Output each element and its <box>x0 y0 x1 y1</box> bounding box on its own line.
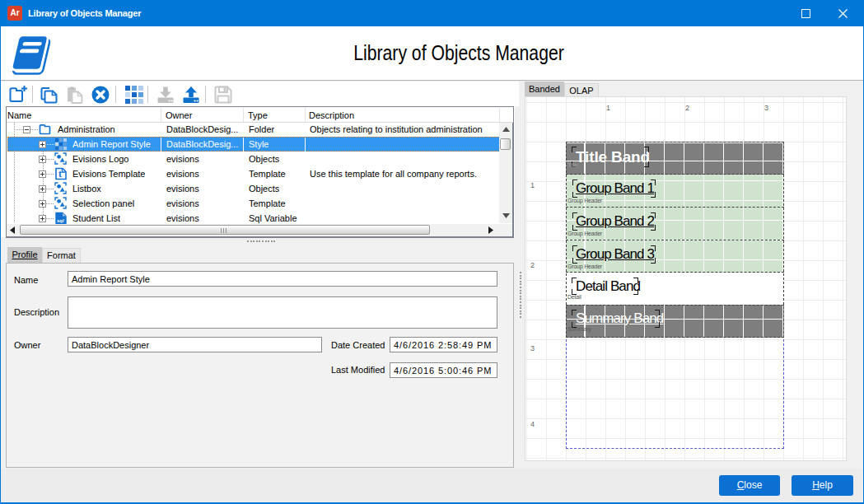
svg-text:t: t <box>58 168 62 180</box>
svg-text:sql: sql <box>57 218 64 223</box>
